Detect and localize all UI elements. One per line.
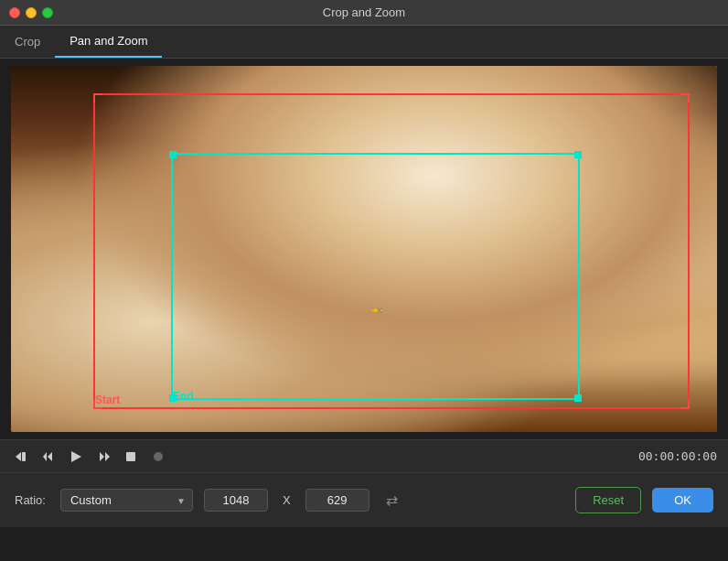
ratio-select[interactable]: Custom 16:9 4:3 1:1 9:16 21:9 [60, 489, 193, 512]
width-input[interactable] [204, 489, 268, 512]
svg-marker-6 [48, 452, 52, 461]
svg-point-11 [154, 452, 163, 461]
playback-controls [11, 448, 168, 465]
ratio-label: Ratio: [15, 493, 46, 507]
start-label: Start [95, 394, 120, 406]
svg-marker-7 [71, 451, 81, 462]
dimension-separator: X [279, 493, 294, 507]
reset-button[interactable]: Reset [575, 487, 641, 513]
svg-marker-9 [105, 452, 110, 461]
svg-rect-10 [126, 452, 135, 461]
close-button[interactable] [9, 7, 20, 18]
svg-rect-4 [22, 452, 26, 461]
end-label: End [173, 390, 194, 403]
rewind-button[interactable] [11, 448, 31, 465]
minimize-button[interactable] [26, 7, 37, 18]
window-title: Crop and Zoom [323, 5, 405, 19]
tab-bar: Crop Pan and Zoom [0, 26, 728, 59]
timecode-display: 00:00:00:00 [638, 449, 717, 463]
video-background: Start End [11, 66, 717, 432]
tab-pan-zoom[interactable]: Pan and Zoom [55, 26, 162, 58]
step-forward-button[interactable] [93, 448, 113, 465]
svg-marker-8 [100, 452, 104, 461]
play-button[interactable] [66, 448, 86, 465]
ok-button[interactable]: OK [652, 488, 713, 512]
tab-crop[interactable]: Crop [0, 26, 55, 58]
video-preview: Start End [11, 66, 717, 432]
title-bar: Crop and Zoom [0, 0, 728, 26]
video-scene [11, 66, 717, 432]
stop-button[interactable] [121, 448, 141, 465]
record-button[interactable] [148, 448, 168, 465]
ratio-select-wrapper: Custom 16:9 4:3 1:1 9:16 21:9 ▼ [60, 489, 193, 512]
maximize-button[interactable] [42, 7, 53, 18]
svg-marker-3 [16, 452, 21, 461]
traffic-lights [9, 7, 53, 18]
controls-bar: 00:00:00:00 [0, 439, 728, 472]
svg-marker-5 [43, 452, 47, 461]
height-input[interactable] [305, 489, 369, 512]
step-back-button[interactable] [38, 448, 59, 465]
bottom-bar: Ratio: Custom 16:9 4:3 1:1 9:16 21:9 ▼ X… [0, 472, 728, 527]
swap-dimensions-icon[interactable]: ⇄ [386, 491, 398, 509]
